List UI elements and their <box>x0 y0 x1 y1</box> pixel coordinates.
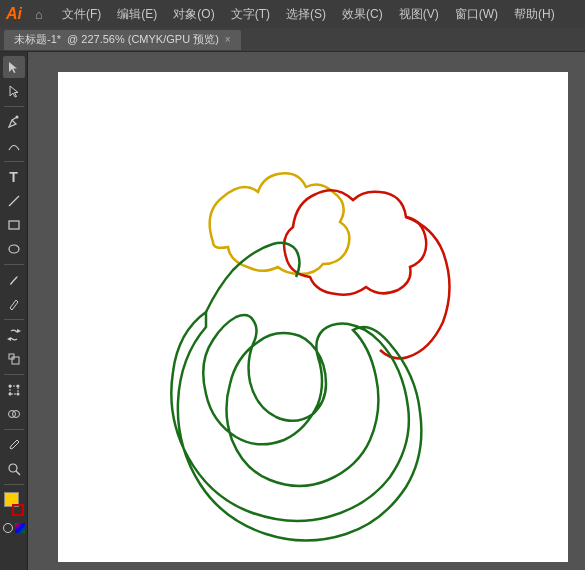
svg-point-2 <box>15 116 18 119</box>
svg-point-13 <box>16 385 19 388</box>
svg-point-5 <box>9 245 19 253</box>
separator-7 <box>4 484 24 485</box>
svg-rect-11 <box>10 386 18 394</box>
svg-marker-0 <box>9 62 17 73</box>
line-tool[interactable] <box>3 190 25 212</box>
home-icon[interactable]: ⌂ <box>30 5 48 23</box>
menu-edit[interactable]: 编辑(E) <box>109 4 165 25</box>
separator-5 <box>4 374 24 375</box>
title-bar: Ai ⌂ 文件(F) 编辑(E) 对象(O) 文字(T) 选择(S) 效果(C)… <box>0 0 585 28</box>
tab-info: @ 227.56% (CMYK/GPU 预览) <box>67 32 219 47</box>
svg-line-19 <box>16 471 20 475</box>
tab-label: 未标题-1* <box>14 32 61 47</box>
shape-builder-tool[interactable] <box>3 403 25 425</box>
canvas[interactable] <box>58 72 568 562</box>
svg-point-12 <box>8 385 11 388</box>
gradient-icon[interactable] <box>15 523 25 533</box>
document-tab[interactable]: 未标题-1* @ 227.56% (CMYK/GPU 预览) × <box>4 30 241 50</box>
menu-help[interactable]: 帮助(H) <box>506 4 563 25</box>
ai-logo: Ai <box>6 5 22 23</box>
menu-view[interactable]: 视图(V) <box>391 4 447 25</box>
tab-close-button[interactable]: × <box>225 34 231 45</box>
menu-bar: 文件(F) 编辑(E) 对象(O) 文字(T) 选择(S) 效果(C) 视图(V… <box>54 4 579 25</box>
rotate-tool[interactable] <box>3 324 25 346</box>
menu-window[interactable]: 窗口(W) <box>447 4 506 25</box>
svg-point-15 <box>16 393 19 396</box>
color-mode-icons <box>3 523 25 537</box>
separator-1 <box>4 106 24 107</box>
separator-3 <box>4 264 24 265</box>
menu-file[interactable]: 文件(F) <box>54 4 109 25</box>
ellipse-tool[interactable] <box>3 238 25 260</box>
menu-object[interactable]: 对象(O) <box>165 4 222 25</box>
rect-tool[interactable] <box>3 214 25 236</box>
separator-6 <box>4 429 24 430</box>
curvature-tool[interactable] <box>3 135 25 157</box>
svg-rect-4 <box>9 221 19 229</box>
type-tool[interactable]: T <box>3 166 25 188</box>
svg-rect-9 <box>12 357 19 364</box>
svg-point-14 <box>8 393 11 396</box>
zoom-tool[interactable] <box>3 458 25 480</box>
pencil-tool[interactable] <box>3 293 25 315</box>
svg-point-18 <box>9 464 17 472</box>
stroke-color[interactable] <box>12 504 24 516</box>
select-tool[interactable] <box>3 56 25 78</box>
pen-tool[interactable] <box>3 111 25 133</box>
free-transform-tool[interactable] <box>3 379 25 401</box>
canvas-area[interactable] <box>28 52 585 570</box>
menu-type[interactable]: 文字(T) <box>223 4 278 25</box>
paintbrush-tool[interactable] <box>3 269 25 291</box>
svg-marker-7 <box>17 329 21 333</box>
svg-marker-1 <box>10 86 18 97</box>
eyedropper-tool[interactable] <box>3 434 25 456</box>
menu-effect[interactable]: 效果(C) <box>334 4 391 25</box>
svg-line-3 <box>9 196 19 206</box>
svg-line-6 <box>10 308 12 310</box>
menu-select[interactable]: 选择(S) <box>278 4 334 25</box>
separator-4 <box>4 319 24 320</box>
direct-select-tool[interactable] <box>3 80 25 102</box>
toolbar: T <box>0 52 28 570</box>
fill-stroke-indicator[interactable] <box>3 491 25 517</box>
separator-2 <box>4 161 24 162</box>
none-icon[interactable] <box>3 523 13 533</box>
svg-marker-8 <box>7 337 11 341</box>
scale-tool[interactable] <box>3 348 25 370</box>
tab-bar: 未标题-1* @ 227.56% (CMYK/GPU 预览) × <box>0 28 585 52</box>
main-area: T <box>0 52 585 570</box>
